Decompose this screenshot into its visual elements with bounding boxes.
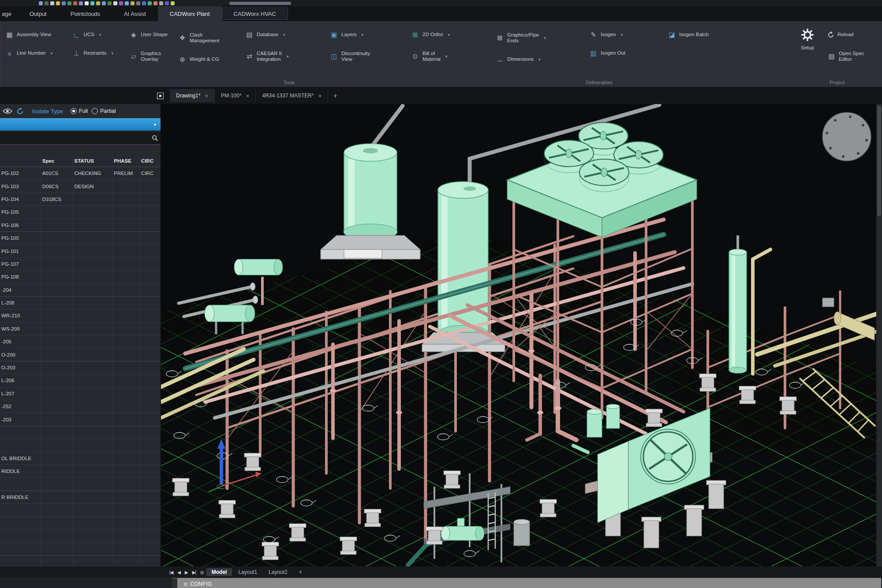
table-row[interactable]: PG-101 [0,245,161,257]
chevron-down-icon[interactable]: ▾ [287,54,289,59]
model-viewport[interactable] [161,104,882,566]
new-drawing-icon[interactable] [157,93,164,99]
ribbon-tab-cadworx-hvac[interactable]: CADWorx HVAC [222,7,288,20]
line-number-button[interactable]: ≡ Line Number ▾ [0,44,67,63]
graphics-overlay-button[interactable]: ▱ Graphics Overlay [124,44,172,69]
navigation-compass[interactable] [822,112,871,161]
ribbon-tab-output[interactable]: Output [18,6,59,21]
table-row[interactable]: L-207 [0,387,161,400]
table-row[interactable]: L-208 [0,297,161,309]
next-layout-button[interactable]: ▶ [183,570,190,575]
close-icon[interactable]: × [246,93,250,99]
search-input[interactable] [3,134,152,141]
chevron-down-icon[interactable]: ▾ [538,57,541,62]
chevron-down-icon[interactable]: ▾ [51,51,53,56]
drawing-tab-pm-100[interactable]: PM-100* × [215,89,256,102]
table-row[interactable]: WS-209 [0,323,161,335]
layers-button[interactable]: ▣ Layers ▾ [325,26,405,44]
chevron-down-icon[interactable]: ▾ [445,54,448,59]
assembly-view-button[interactable]: ▦ Assembly View [0,26,67,44]
table-row[interactable]: PG-102A01CSCHECKINGPRELIMCIRC [0,167,161,180]
chevron-down-icon[interactable]: ▾ [544,36,546,40]
chevron-down-icon[interactable]: ▾ [621,33,623,37]
2d-ortho-button[interactable]: ⊞ 2D Ortho ▾ [406,26,490,44]
table-row[interactable] [0,439,161,452]
drawing-tab-drawing1[interactable]: Drawing1* × [170,89,215,102]
refresh-icon[interactable] [16,108,24,115]
ribbon-tab-cadworx-plant[interactable]: CADWorx Plant [158,6,222,21]
last-layout-button[interactable]: ▶| [191,570,198,575]
table-row[interactable]: PG-104D318CS [0,193,161,206]
restraints-button[interactable]: ⊥ Restraints ▾ [67,44,124,63]
tab-layout1[interactable]: Layout1 [233,568,262,576]
chevron-down-icon[interactable]: ▾ [99,33,101,37]
table-row[interactable] [0,543,161,555]
quick-access-toolbar[interactable] [0,0,882,6]
table-row[interactable]: -204 [0,284,161,297]
table-row[interactable] [0,504,161,517]
close-icon[interactable]: × [318,93,322,99]
table-row[interactable]: R BRIDDLE [0,491,161,504]
table-row[interactable]: O-203 [0,361,161,374]
viewport-scrollbar[interactable] [876,104,882,566]
discontinuity-view-button[interactable]: ◫ Discontinuity View [325,44,405,69]
table-row[interactable]: -205 [0,335,161,348]
ribbon-tab-ai-assist[interactable]: AI Assist [112,6,158,21]
isolate-partial-radio[interactable]: Partial [92,108,116,114]
chevron-down-icon[interactable]: ▾ [111,51,113,56]
tab-layout2[interactable]: Layout2 [263,568,293,576]
table-row[interactable]: -252 [0,400,161,413]
new-tab-button[interactable]: + [328,92,342,99]
scrollbar-thumb[interactable] [877,106,881,216]
table-row[interactable] [0,530,161,543]
ribbon-tab-manage[interactable]: age [0,6,18,21]
table-row[interactable]: O-200 [0,348,161,361]
close-icon[interactable]: × [205,93,208,99]
command-line[interactable]: ≣ CONFIG [172,578,881,588]
first-layout-button[interactable]: |◀ [168,570,175,575]
table-row[interactable]: OL BRIDDLE [0,452,161,465]
user-shape-button[interactable]: ◈ User Shape [124,26,172,44]
graphics-pipe-ends-button[interactable]: ⊠ Graphics/Pipe Ends ▾ [490,26,584,50]
isogen-batch-button[interactable]: ◪ Isogen Batch [662,26,742,44]
table-row[interactable]: PG-107 [0,258,161,271]
command-window-grip[interactable] [172,578,177,588]
chevron-down-icon[interactable]: ▾ [283,33,285,37]
database-button[interactable]: ▤ Database ▾ [240,26,325,44]
viewport-3d-model[interactable] [161,104,882,566]
isogen-out-button[interactable]: ▥ Isogen Out [584,44,662,63]
drawing-tab-4r34-1337-master[interactable]: 4R34-1337 MASTER* × [256,89,328,102]
table-row[interactable] [0,426,161,439]
isolate-full-radio[interactable]: Full [71,108,88,114]
table-row[interactable]: PG-108 [0,271,161,283]
bill-of-material-button[interactable]: ⊙ Bill of Material ▾ [406,44,490,69]
ucs-button[interactable]: ∟ UCS ▾ [67,26,124,44]
table-row[interactable]: WR-210 [0,309,161,322]
ribbon-tab-pointclouds[interactable]: Pointclouds [59,6,112,21]
chevron-down-icon[interactable]: ▾ [362,33,364,37]
weight-cg-button[interactable]: ⊕ Weight & CG [173,50,240,69]
table-row[interactable]: PG-100 [0,232,161,245]
table-row[interactable] [0,517,161,530]
chevron-down-icon[interactable]: ▾ [448,33,450,37]
open-spec-editor-button[interactable]: ▧ Open Spec Editor [822,44,879,69]
table-row[interactable]: PG-103D06CSDESIGN [0,180,161,193]
clash-management-button[interactable]: ❖ Clash Management [173,26,240,50]
table-row[interactable]: PG-106 [0,219,161,232]
tab-model[interactable]: Model [206,568,232,576]
isogen-button[interactable]: ✎ Isogen ▾ [584,26,662,44]
table-row[interactable]: -203 [0,413,161,426]
caesar-integration-button[interactable]: ⇄ CAESAR II Integration ▾ [240,44,325,69]
table-header-row[interactable]: Spec STATUS PHASE CIRC [0,155,161,167]
table-row[interactable]: L-206 [0,374,161,387]
customize-icon[interactable]: ≣ [183,581,187,587]
search-icon[interactable] [152,135,158,141]
prev-layout-button[interactable]: ◀ [176,570,182,575]
layout-menu-icon[interactable]: ◎ [198,570,206,575]
setup-button[interactable]: Setup [793,26,822,75]
table-row[interactable]: PG-105 [0,206,161,219]
dimensions-button[interactable]: ↔ Dimensions ▾ [490,50,584,69]
table-row[interactable]: RIDDLE [0,465,161,478]
reload-button[interactable]: Reload [822,26,879,44]
table-row[interactable] [0,478,161,491]
